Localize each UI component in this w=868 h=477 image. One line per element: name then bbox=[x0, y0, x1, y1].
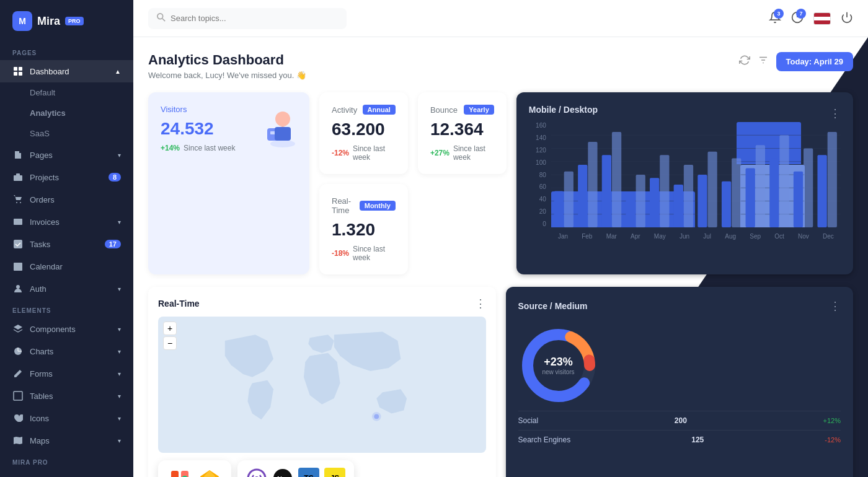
chevron-down-icon-4: ▾ bbox=[118, 326, 121, 333]
page-header: Analytics Dashboard Welcome back, Lucy! … bbox=[148, 52, 853, 80]
sidebar-item-auth-label: Auth bbox=[30, 284, 46, 294]
svg-rect-9 bbox=[14, 240, 22, 248]
map-zoom-out[interactable]: − bbox=[163, 336, 177, 350]
svg-rect-65 bbox=[817, 155, 826, 227]
svg-rect-63 bbox=[794, 172, 803, 227]
sidebar-item-forms[interactable]: Forms ▾ bbox=[0, 362, 133, 385]
donut-chart: +23% new visitors bbox=[518, 325, 599, 406]
section-pages: PAGES bbox=[0, 42, 133, 60]
svg-point-69 bbox=[372, 412, 381, 421]
sidebar-item-components[interactable]: Components ▾ bbox=[0, 318, 133, 340]
activity-change-pct: -12% bbox=[332, 149, 349, 157]
figma-icon bbox=[168, 468, 192, 477]
topbar-icons: 3 7 bbox=[769, 11, 853, 26]
realtime-change-pct: -18% bbox=[332, 249, 349, 258]
svg-point-77 bbox=[248, 470, 265, 477]
activity-change-label: Since last week bbox=[353, 144, 396, 162]
sidebar-item-dashboard[interactable]: Dashboard ▲ bbox=[0, 60, 133, 82]
activity-label: Activity bbox=[332, 105, 357, 115]
alerts-badge: 7 bbox=[796, 9, 806, 19]
page-title: Analytics Dashboard bbox=[148, 52, 306, 68]
svg-rect-3 bbox=[19, 72, 22, 76]
source-medium-menu[interactable]: ⋮ bbox=[830, 299, 841, 313]
map-zoom-in[interactable]: + bbox=[163, 322, 177, 335]
sidebar-item-analytics[interactable]: Analytics bbox=[0, 103, 133, 123]
realtime-change: -18% Since last week bbox=[332, 245, 396, 262]
sidebar-item-default[interactable]: Default bbox=[0, 82, 133, 103]
svg-rect-56 bbox=[707, 152, 717, 227]
source-medium-header: Source / Medium ⋮ bbox=[518, 299, 841, 313]
mobile-desktop-menu[interactable]: ⋮ bbox=[830, 107, 841, 120]
notifications-badge: 3 bbox=[774, 9, 784, 19]
stats-cards-col: Activity Annual 63.200 -12% Since last w… bbox=[319, 92, 507, 274]
svg-rect-2 bbox=[14, 72, 17, 76]
activity-badge: Annual bbox=[363, 105, 396, 115]
sidebar-item-pages[interactable]: Pages ▾ bbox=[0, 144, 133, 166]
map-area: + − bbox=[158, 317, 486, 453]
svg-point-79 bbox=[273, 469, 292, 477]
sidebar-item-orders[interactable]: Orders bbox=[0, 188, 133, 211]
source-row-social: Social 200 +12% bbox=[518, 411, 841, 430]
sidebar-item-invoices[interactable]: Invoices ▾ bbox=[0, 211, 133, 233]
source-social-value: 200 bbox=[675, 416, 687, 425]
section-elements: ELEMENTS bbox=[0, 300, 133, 318]
sidebar-item-pages-label: Pages bbox=[30, 151, 53, 160]
svg-rect-10 bbox=[14, 263, 22, 271]
sidebar-item-tasks[interactable]: Tasks 17 bbox=[0, 233, 133, 255]
sidebar-item-icons[interactable]: Icons ▾ bbox=[0, 407, 133, 429]
source-search-change: -12% bbox=[825, 436, 841, 444]
filter-icon[interactable] bbox=[758, 55, 769, 69]
bounce-card: Bounce Yearly 12.364 +27% Since last wee… bbox=[418, 92, 507, 174]
realtime-header: Real-Time Monthly bbox=[332, 196, 396, 215]
alerts-icon-wrap[interactable]: 7 bbox=[791, 11, 804, 26]
sidebar-item-saas[interactable]: SaaS bbox=[0, 123, 133, 144]
svg-rect-47 bbox=[602, 155, 611, 227]
sidebar-item-analytics-label: Analytics bbox=[30, 108, 66, 118]
sidebar-item-dashboard-label: Dashboard bbox=[30, 67, 69, 76]
sidebar-item-invoices-label: Invoices bbox=[30, 217, 60, 227]
chevron-down-icon: ▾ bbox=[118, 152, 121, 159]
map-controls: + − bbox=[163, 322, 177, 350]
source-social-change: +12% bbox=[823, 417, 841, 424]
svg-point-14 bbox=[16, 285, 20, 289]
sidebar-item-tables-label: Tables bbox=[30, 392, 53, 401]
svg-rect-45 bbox=[578, 165, 587, 227]
realtime-map-menu[interactable]: ⋮ bbox=[475, 297, 486, 310]
logo-text: Mira bbox=[37, 15, 60, 28]
svg-rect-55 bbox=[698, 175, 707, 227]
sidebar-item-maps[interactable]: Maps ▾ bbox=[0, 429, 133, 452]
today-button[interactable]: Today: April 29 bbox=[776, 52, 853, 71]
redux-icon bbox=[246, 468, 267, 477]
svg-rect-61 bbox=[769, 158, 779, 227]
svg-rect-46 bbox=[588, 142, 597, 227]
realtime-value: 1.320 bbox=[332, 220, 396, 240]
svg-rect-57 bbox=[722, 182, 731, 227]
section-mira-pro: MIRA PRO bbox=[0, 452, 133, 470]
notifications-icon-wrap[interactable]: 3 bbox=[769, 11, 781, 26]
svg-point-21 bbox=[157, 13, 163, 19]
language-flag[interactable] bbox=[813, 12, 831, 25]
chevron-down-icon-8: ▾ bbox=[118, 415, 121, 422]
realtime-map-title: Real-Time bbox=[158, 299, 200, 309]
sidebar-item-calendar[interactable]: Calendar bbox=[0, 255, 133, 278]
search-box[interactable] bbox=[148, 8, 347, 29]
sidebar-item-projects[interactable]: Projects 8 bbox=[0, 166, 133, 188]
search-input[interactable] bbox=[170, 14, 338, 23]
sidebar-item-maps-label: Maps bbox=[30, 436, 50, 445]
projects-badge: 8 bbox=[108, 173, 121, 182]
sidebar-item-charts[interactable]: Charts ▾ bbox=[0, 340, 133, 362]
sidebar-item-auth[interactable]: Auth ▾ bbox=[0, 278, 133, 300]
tasks-badge: 17 bbox=[105, 240, 121, 248]
svg-rect-1 bbox=[19, 67, 22, 71]
refresh-icon[interactable] bbox=[739, 55, 750, 69]
sidebar-item-default-label: Default bbox=[30, 88, 55, 97]
credit-card-icon bbox=[12, 216, 24, 227]
sidebar-item-tables[interactable]: Tables ▾ bbox=[0, 385, 133, 407]
bottom-row: Real-Time ⋮ + − bbox=[148, 287, 853, 477]
main-area: 3 7 Analytics Dashboard Welcome back, bbox=[133, 0, 868, 477]
sidebar-item-charts-label: Charts bbox=[30, 347, 53, 356]
source-search-value: 125 bbox=[691, 435, 704, 444]
power-icon[interactable] bbox=[841, 11, 853, 26]
sidebar: M Mira PRO PAGES Dashboard ▲ Default Ana… bbox=[0, 0, 133, 477]
bounce-label: Bounce bbox=[430, 105, 458, 115]
